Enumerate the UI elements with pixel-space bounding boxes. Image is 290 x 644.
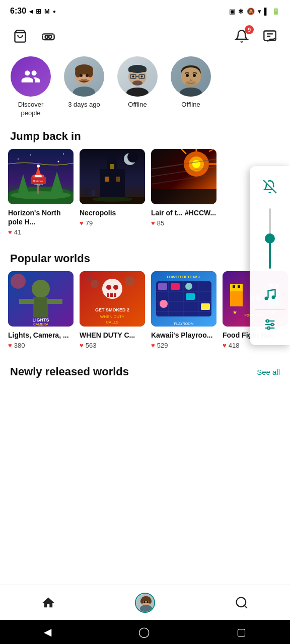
avatar-1 xyxy=(64,56,104,97)
system-nav-bar: ◀ ◯ ▢ xyxy=(0,620,290,644)
horizon-like-count: 41 xyxy=(14,228,21,236)
teams-icon: ⊞ xyxy=(36,8,41,15)
avatar-3 xyxy=(171,56,211,97)
svg-rect-111 xyxy=(230,284,243,291)
world-card-horizon[interactable]: Horizon's North pole Horizon's No xyxy=(8,149,74,236)
svg-rect-103 xyxy=(186,293,195,300)
svg-point-28 xyxy=(185,80,197,87)
kawaii-scene: PLAYROOM TOWER DEFENSE xyxy=(151,271,216,327)
svg-point-139 xyxy=(271,324,273,326)
gmail-icon: M xyxy=(44,8,50,15)
horizon-title: Horizon's North pole H... xyxy=(8,208,74,226)
recents-button[interactable]: ▢ xyxy=(232,621,251,643)
newly-released-header: Newly released worlds See all xyxy=(0,357,290,384)
slider-thumb[interactable] xyxy=(265,233,275,244)
necropolis-scene xyxy=(80,149,145,204)
avatar-1-illustration xyxy=(64,56,104,97)
avatar-2 xyxy=(117,56,158,97)
search-icon xyxy=(235,596,249,610)
svg-point-13 xyxy=(86,74,89,77)
svg-point-31 xyxy=(11,191,71,199)
horizon-art: Horizon's North pole xyxy=(8,149,74,204)
heart-icon-6: ♥ xyxy=(151,342,155,349)
necropolis-title: Necropolis xyxy=(80,208,145,217)
svg-rect-54 xyxy=(85,189,89,196)
popup-divider xyxy=(255,280,285,280)
popular-worlds-row: LIGHTS CAMERA Lights, Camera, ... ♥ 380 xyxy=(0,271,290,357)
popular-card-duty[interactable]: GET SMOKED 2 WHEN DUTY CALLS WHEN DUTY C… xyxy=(80,271,145,349)
volume-popup xyxy=(250,166,290,345)
svg-rect-56 xyxy=(92,190,95,196)
settings-button[interactable] xyxy=(257,312,282,337)
food-like-count: 418 xyxy=(229,342,240,349)
nav-left xyxy=(10,26,58,46)
svg-rect-102 xyxy=(171,283,180,290)
svg-point-59 xyxy=(127,151,138,163)
svg-text:LIGHTS: LIGHTS xyxy=(33,317,49,323)
svg-point-130 xyxy=(237,597,246,607)
svg-rect-76 xyxy=(47,299,62,304)
svg-rect-110 xyxy=(230,289,243,306)
person-item-3[interactable]: Offline xyxy=(168,56,213,118)
music-note-icon xyxy=(263,288,277,302)
vr-button[interactable] xyxy=(38,26,58,46)
see-all-button[interactable]: See all xyxy=(257,368,280,376)
horizon-scene: Horizon's North pole xyxy=(8,149,74,204)
notification-badge: 9 xyxy=(245,25,254,34)
popular-card-lights[interactable]: LIGHTS CAMERA Lights, Camera, ... ♥ 380 xyxy=(8,271,74,349)
world-thumb-lair xyxy=(151,149,216,204)
svg-text:PLAYROOM: PLAYROOM xyxy=(174,322,193,326)
heart-icon-3: ♥ xyxy=(151,219,155,227)
profile-avatar xyxy=(135,593,155,613)
chat-button[interactable] xyxy=(260,26,280,46)
discover-people-item[interactable]: Discoverpeople xyxy=(8,56,53,118)
world-card-necropolis[interactable]: Necropolis ♥ 79 xyxy=(80,149,145,236)
notifications-button[interactable]: 9 xyxy=(232,26,252,46)
popular-thumb-duty: GET SMOKED 2 WHEN DUTY CALLS xyxy=(80,271,145,327)
lights-scene: LIGHTS CAMERA xyxy=(8,271,74,327)
lair-title: Lair of t... #HCCW... xyxy=(151,208,216,217)
svg-point-82 xyxy=(106,285,111,290)
world-thumb-necropolis xyxy=(80,149,145,204)
location-icon: ◂ xyxy=(29,8,33,15)
svg-point-12 xyxy=(80,74,83,77)
discover-label: Discoverpeople xyxy=(18,101,44,118)
popular-card-kawaii[interactable]: PLAYROOM TOWER DEFENSE Kawaii's Playroо.… xyxy=(151,271,216,349)
nav-home-button[interactable] xyxy=(0,596,97,610)
profile-avatar-image xyxy=(136,594,155,613)
svg-rect-101 xyxy=(158,283,167,290)
heart-icon: ♥ xyxy=(8,228,12,236)
person-item-2[interactable]: Offline xyxy=(115,56,160,118)
svg-point-45 xyxy=(63,153,64,154)
jump-back-in-header: Jump back in xyxy=(0,122,290,149)
volume-slider[interactable] xyxy=(257,203,282,274)
nav-search-button[interactable] xyxy=(193,596,290,610)
svg-point-21 xyxy=(132,75,134,77)
lair-like-count: 85 xyxy=(157,219,164,227)
svg-line-131 xyxy=(244,605,247,608)
heart-icon-7: ♥ xyxy=(223,342,227,349)
svg-text:CAMERA: CAMERA xyxy=(33,323,48,326)
svg-point-90 xyxy=(91,280,99,288)
person-item-1[interactable]: 3 days ago xyxy=(61,56,107,118)
svg-point-41 xyxy=(37,165,40,168)
kawaii-title: Kawaii's Playroо... xyxy=(151,331,216,340)
slider-track xyxy=(269,208,271,269)
world-card-lair[interactable]: Lair of t... #HCCW... ♥ 85 xyxy=(151,149,216,236)
svg-rect-51 xyxy=(116,177,120,182)
music-button[interactable] xyxy=(257,282,282,307)
kawaii-like-count: 529 xyxy=(157,342,168,349)
lair-likes: ♥ 85 xyxy=(151,219,216,227)
svg-point-79 xyxy=(11,274,26,289)
person-2-status: Offline xyxy=(128,101,147,109)
shop-button[interactable] xyxy=(10,26,30,46)
back-button[interactable]: ◀ xyxy=(39,621,56,643)
shop-icon xyxy=(13,29,27,43)
svg-point-73 xyxy=(32,280,50,298)
home-icon xyxy=(41,596,55,610)
svg-rect-17 xyxy=(128,68,147,72)
vr-icon xyxy=(41,29,55,43)
home-button[interactable]: ◯ xyxy=(133,621,155,643)
mute-button[interactable] xyxy=(257,174,282,199)
nav-profile-button[interactable] xyxy=(97,593,193,613)
